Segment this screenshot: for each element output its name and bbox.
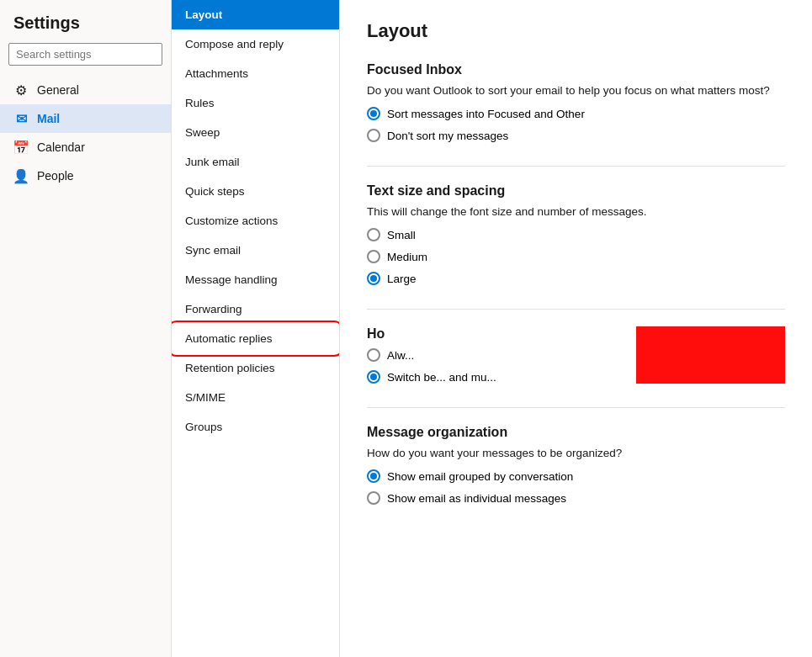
middle-item-smime[interactable]: S/MIME: [172, 383, 339, 412]
text-size-desc: This will change the font size and numbe…: [367, 205, 785, 218]
sidebar-item-calendar[interactable]: 📅 Calendar: [0, 133, 171, 162]
middle-item-sync-email[interactable]: Sync email: [172, 236, 339, 265]
middle-item-groups[interactable]: Groups: [172, 412, 339, 442]
sidebar-item-people[interactable]: 👤 People: [0, 162, 171, 190]
page-title: Layout: [367, 20, 785, 42]
radio-medium[interactable]: Medium: [367, 250, 785, 263]
mail-icon: ✉: [13, 111, 29, 126]
radio-individual-circle: [367, 491, 380, 505]
divider-1: [367, 166, 785, 167]
reading-pane-section: Ho Alw... Switch be... and mu...: [367, 326, 785, 384]
focused-inbox-desc: Do you want Outlook to sort your email t…: [367, 84, 785, 97]
radio-grouped-circle: [367, 469, 380, 483]
sidebar-item-general[interactable]: ⚙ General: [0, 76, 171, 104]
radio-dont-sort-circle: [367, 129, 380, 142]
middle-item-customize-actions[interactable]: Customize actions: [172, 206, 339, 236]
message-org-section: Message organization How do you want you…: [367, 425, 785, 505]
sidebar-item-mail[interactable]: ✉ Mail: [0, 104, 171, 133]
sidebar-item-general-label: General: [37, 83, 79, 97]
message-org-title: Message organization: [367, 425, 785, 440]
middle-item-junk-email[interactable]: Junk email: [172, 147, 339, 177]
middle-item-rules[interactable]: Rules: [172, 88, 339, 118]
radio-small[interactable]: Small: [367, 228, 785, 241]
middle-item-sweep[interactable]: Sweep: [172, 118, 339, 147]
focused-inbox-options: Sort messages into Focused and Other Don…: [367, 107, 785, 142]
radio-dont-sort[interactable]: Don't sort my messages: [367, 129, 785, 142]
text-size-options: Small Medium Large: [367, 228, 785, 285]
radio-sort-focused[interactable]: Sort messages into Focused and Other: [367, 107, 785, 120]
reading-pane-title: Ho: [367, 326, 785, 342]
radio-switch-circle: [367, 370, 380, 384]
middle-item-layout[interactable]: Layout: [172, 0, 339, 29]
text-size-section: Text size and spacing This will change t…: [367, 183, 785, 285]
focused-inbox-section: Focused Inbox Do you want Outlook to sor…: [367, 62, 785, 142]
search-input[interactable]: [8, 43, 162, 66]
middle-item-quick-steps[interactable]: Quick steps: [172, 177, 339, 206]
message-org-desc: How do you want your messages to be orga…: [367, 447, 785, 459]
divider-2: [367, 309, 785, 310]
middle-item-automatic-replies[interactable]: Automatic replies: [172, 324, 339, 353]
message-org-options: Show email grouped by conversation Show …: [367, 469, 785, 505]
app-title: Settings: [0, 0, 171, 43]
radio-switch[interactable]: Switch be... and mu...: [367, 370, 785, 384]
radio-grouped[interactable]: Show email grouped by conversation: [367, 469, 785, 483]
focused-inbox-title: Focused Inbox: [367, 62, 785, 77]
radio-medium-circle: [367, 250, 380, 263]
radio-small-circle: [367, 228, 380, 241]
radio-individual[interactable]: Show email as individual messages: [367, 491, 785, 505]
sidebar: Settings ⚙ General ✉ Mail 📅 Calendar 👤 P…: [0, 0, 172, 657]
people-icon: 👤: [13, 168, 29, 183]
divider-3: [367, 407, 785, 408]
middle-item-compose-reply[interactable]: Compose and reply: [172, 29, 339, 59]
sidebar-item-mail-label: Mail: [37, 112, 60, 125]
radio-always[interactable]: Alw...: [367, 348, 785, 362]
middle-panel: Layout Compose and reply Attachments Rul…: [172, 0, 340, 657]
general-icon: ⚙: [13, 82, 29, 98]
radio-large-circle: [367, 272, 380, 285]
radio-sort-focused-circle: [367, 107, 380, 120]
main-content: Layout Focused Inbox Do you want Outlook…: [340, 0, 812, 657]
middle-item-attachments[interactable]: Attachments: [172, 59, 339, 88]
sidebar-item-calendar-label: Calendar: [37, 140, 85, 154]
middle-item-message-handling[interactable]: Message handling: [172, 265, 339, 294]
calendar-icon: 📅: [13, 140, 29, 155]
text-size-title: Text size and spacing: [367, 183, 785, 199]
radio-large[interactable]: Large: [367, 272, 785, 285]
middle-item-forwarding[interactable]: Forwarding: [172, 294, 339, 324]
radio-always-circle: [367, 348, 380, 362]
sidebar-item-people-label: People: [37, 169, 74, 183]
middle-item-retention-policies[interactable]: Retention policies: [172, 353, 339, 383]
reading-pane-options: Alw... Switch be... and mu...: [367, 348, 785, 384]
